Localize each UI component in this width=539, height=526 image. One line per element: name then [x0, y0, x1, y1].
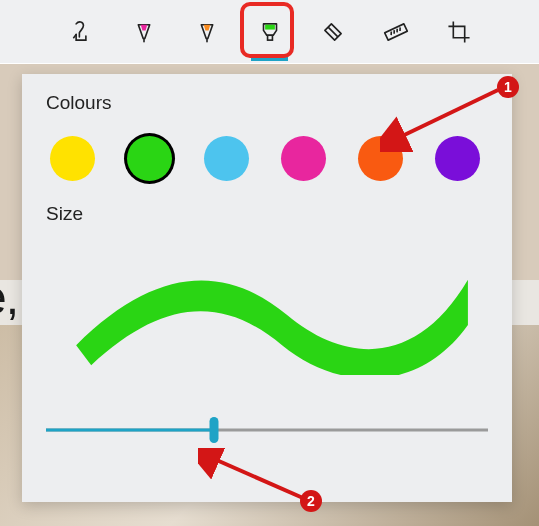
eraser-button[interactable]: [310, 7, 355, 57]
ballpoint-pen-button[interactable]: [121, 7, 166, 57]
colour-swatch-yellow[interactable]: [50, 136, 95, 181]
touch-writing-icon: [68, 19, 94, 45]
colour-swatch-purple[interactable]: [435, 136, 480, 181]
highlighter-settings-panel: Colours Size: [22, 74, 512, 502]
slider-fill: [46, 429, 214, 432]
crop-button[interactable]: [436, 7, 481, 57]
colour-swatch-lightblue[interactable]: [204, 136, 249, 181]
eraser-icon: [320, 19, 346, 45]
svg-line-6: [389, 31, 392, 35]
annotation-toolbar: [0, 0, 539, 64]
svg-rect-3: [267, 35, 272, 40]
colour-swatch-magenta[interactable]: [281, 136, 326, 181]
size-slider[interactable]: [46, 415, 488, 445]
colour-swatch-orange[interactable]: [358, 136, 403, 181]
touch-writing-button[interactable]: [58, 7, 103, 57]
svg-line-7: [392, 30, 395, 34]
colours-heading: Colours: [46, 92, 488, 114]
svg-line-9: [398, 27, 401, 31]
slider-thumb[interactable]: [209, 417, 218, 443]
colour-swatch-row: [46, 128, 488, 203]
size-heading: Size: [46, 203, 488, 225]
highlighter-icon: [257, 19, 283, 45]
pen-icon: [131, 19, 157, 45]
svg-rect-2: [265, 24, 275, 29]
svg-line-8: [395, 28, 398, 32]
ruler-button[interactable]: [373, 7, 418, 57]
ruler-icon: [383, 19, 409, 45]
pencil-icon: [194, 19, 220, 45]
background-text: e,: [0, 270, 18, 325]
pencil-button[interactable]: [184, 7, 229, 57]
colour-swatch-green[interactable]: [127, 136, 172, 181]
highlighter-button[interactable]: [247, 7, 292, 57]
svg-rect-5: [384, 23, 407, 39]
crop-icon: [446, 19, 472, 45]
stroke-preview: [46, 245, 488, 375]
